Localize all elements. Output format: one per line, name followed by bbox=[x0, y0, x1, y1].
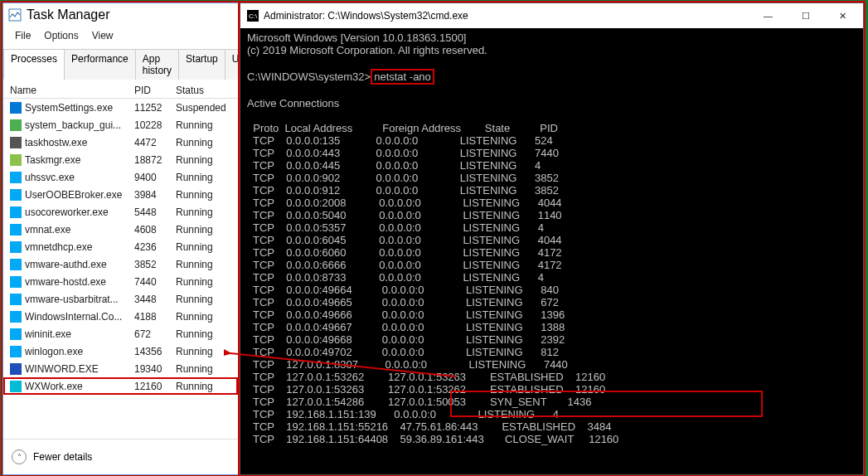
minimize-button[interactable]: — bbox=[749, 3, 787, 28]
svg-rect-1 bbox=[10, 102, 22, 114]
menu-view[interactable]: View bbox=[87, 28, 119, 43]
cmd-titlebar[interactable]: C:\ Administrator: C:\Windows\System32\c… bbox=[240, 3, 863, 28]
process-list-header: Name PID Status bbox=[3, 80, 238, 99]
process-status: Running bbox=[176, 172, 213, 183]
cmd-window: C:\ Administrator: C:\Windows\System32\c… bbox=[240, 2, 864, 475]
table-row[interactable]: system_backup_gui...10228Running bbox=[3, 116, 238, 134]
task-manager-footer: ˄ Fewer details bbox=[3, 439, 238, 474]
process-pid: 9400 bbox=[134, 172, 176, 183]
table-row[interactable]: taskhostw.exe4472Running bbox=[3, 134, 238, 151]
process-pid: 11252 bbox=[134, 102, 176, 114]
column-name[interactable]: Name bbox=[10, 85, 134, 96]
process-pid: 7440 bbox=[134, 276, 176, 288]
process-status: Running bbox=[176, 206, 213, 218]
table-row[interactable]: vmnetdhcp.exe4236Running bbox=[3, 238, 238, 255]
process-status: Running bbox=[176, 311, 213, 323]
process-icon bbox=[10, 311, 22, 323]
table-row[interactable]: vmware-hostd.exe7440Running bbox=[3, 273, 238, 290]
process-pid: 4188 bbox=[134, 311, 176, 323]
table-row[interactable]: Taskmgr.exe18872Running bbox=[3, 151, 238, 168]
menu-file[interactable]: File bbox=[10, 28, 36, 43]
table-row[interactable]: usocoreworker.exe5448Running bbox=[3, 203, 238, 221]
process-name: WINWORD.EXE bbox=[25, 363, 134, 375]
close-button[interactable]: ✕ bbox=[824, 3, 861, 28]
tab-startup[interactable]: Startup bbox=[178, 49, 225, 80]
process-name: system_backup_gui... bbox=[25, 119, 134, 131]
task-manager-title: Task Manager bbox=[27, 7, 110, 22]
svg-rect-10 bbox=[10, 259, 22, 270]
svg-rect-4 bbox=[10, 154, 22, 166]
tab-app-history[interactable]: App history bbox=[135, 49, 179, 80]
process-icon bbox=[10, 206, 22, 218]
column-status[interactable]: Status bbox=[176, 85, 231, 96]
process-name: SystemSettings.exe bbox=[25, 102, 134, 114]
process-pid: 19340 bbox=[134, 363, 176, 375]
column-pid[interactable]: PID bbox=[134, 85, 176, 96]
cmd-icon: C:\ bbox=[247, 10, 259, 22]
table-row[interactable]: vmware-usbarbitrat...3448Running bbox=[3, 290, 238, 308]
cmd-version: Microsoft Windows [Version 10.0.18363.15… bbox=[247, 32, 466, 44]
table-row[interactable]: WindowsInternal.Co...4188Running bbox=[3, 308, 238, 325]
cmd-prompt: C:\WINDOWS\system32> bbox=[247, 70, 371, 83]
svg-rect-7 bbox=[10, 206, 22, 218]
process-icon bbox=[10, 102, 22, 114]
process-pid: 5448 bbox=[134, 206, 176, 218]
process-icon bbox=[10, 276, 22, 288]
process-icon bbox=[10, 137, 22, 148]
cmd-output[interactable]: Microsoft Windows [Version 10.0.18363.15… bbox=[240, 28, 863, 449]
svg-rect-3 bbox=[10, 137, 22, 148]
process-icon bbox=[10, 381, 22, 392]
svg-text:C:\: C:\ bbox=[249, 12, 258, 20]
process-name: usocoreworker.exe bbox=[25, 206, 134, 218]
process-icon bbox=[10, 328, 22, 340]
table-row[interactable]: YourPhone.exe9028Suspended bbox=[3, 395, 238, 396]
process-pid: 672 bbox=[134, 328, 176, 340]
table-row[interactable]: vmware-authd.exe3852Running bbox=[3, 255, 238, 273]
tab-performance[interactable]: Performance bbox=[64, 49, 136, 80]
process-status: Running bbox=[176, 276, 213, 288]
process-name: Taskmgr.exe bbox=[25, 154, 134, 166]
table-row[interactable]: wininit.exe672Running bbox=[3, 325, 238, 342]
svg-rect-5 bbox=[10, 172, 22, 183]
process-status: Running bbox=[176, 119, 213, 131]
chevron-up-icon[interactable]: ˄ bbox=[12, 449, 27, 464]
process-name: wininit.exe bbox=[25, 328, 134, 340]
process-name: vmnat.exe bbox=[25, 224, 134, 236]
process-status: Suspended bbox=[176, 102, 226, 114]
menu-options[interactable]: Options bbox=[39, 28, 83, 43]
process-icon bbox=[10, 294, 22, 305]
table-row[interactable]: winlogon.exe14356Running bbox=[3, 342, 238, 360]
table-row[interactable]: uhssvc.exe9400Running bbox=[3, 168, 238, 186]
process-status: Running bbox=[176, 363, 213, 375]
process-status: Running bbox=[176, 137, 213, 148]
process-pid: 18872 bbox=[134, 154, 176, 166]
svg-rect-9 bbox=[10, 241, 22, 253]
fewer-details-button[interactable]: Fewer details bbox=[33, 451, 92, 463]
task-manager-titlebar[interactable]: Task Manager bbox=[3, 3, 238, 27]
process-status: Running bbox=[176, 346, 213, 357]
task-manager-menu: File Options View bbox=[3, 27, 238, 48]
active-connections-label: Active Connections bbox=[247, 97, 339, 109]
svg-rect-12 bbox=[10, 294, 22, 305]
svg-rect-8 bbox=[10, 224, 22, 236]
tab-processes[interactable]: Processes bbox=[3, 49, 65, 80]
task-manager-window: Task Manager File Options View Processes… bbox=[2, 2, 239, 475]
process-name: vmware-usbarbitrat... bbox=[25, 294, 134, 305]
table-row[interactable]: UserOOBEBroker.exe3984Running bbox=[3, 186, 238, 203]
table-row[interactable]: vmnat.exe4608Running bbox=[3, 221, 238, 238]
process-list[interactable]: SystemSettings.exe11252Suspendedsystem_b… bbox=[3, 99, 238, 396]
cmd-title: Administrator: C:\Windows\System32\cmd.e… bbox=[264, 10, 749, 22]
svg-rect-14 bbox=[10, 328, 22, 340]
process-icon bbox=[10, 189, 22, 201]
process-pid: 10228 bbox=[134, 119, 176, 131]
maximize-button[interactable]: ☐ bbox=[787, 3, 824, 28]
table-row[interactable]: SystemSettings.exe11252Suspended bbox=[3, 99, 238, 116]
process-name: WXWork.exe bbox=[25, 381, 134, 392]
svg-rect-16 bbox=[10, 363, 22, 375]
svg-rect-13 bbox=[10, 311, 22, 323]
process-pid: 12160 bbox=[134, 381, 176, 392]
process-status: Running bbox=[176, 259, 213, 270]
netstat-command: netstat -ano bbox=[371, 69, 434, 85]
table-row[interactable]: WXWork.exe12160Running bbox=[3, 377, 238, 395]
table-row[interactable]: WINWORD.EXE19340Running bbox=[3, 360, 238, 377]
